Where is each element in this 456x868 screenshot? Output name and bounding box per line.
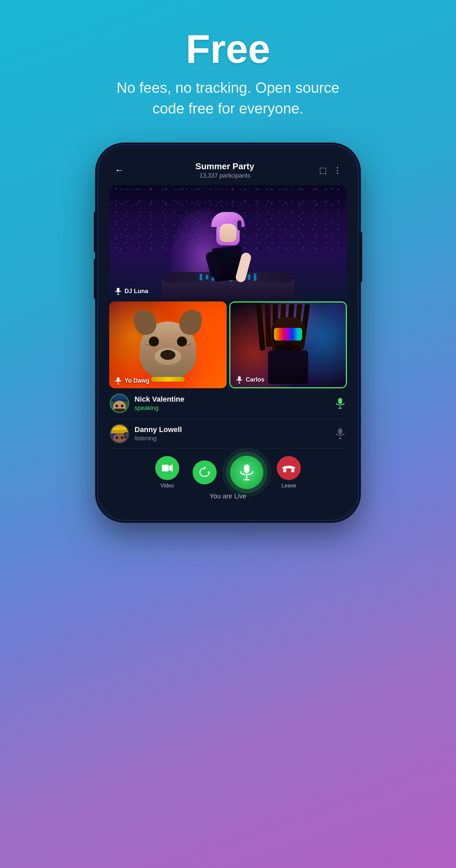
dj-luna-label: DJ Luna	[115, 287, 148, 295]
carlos-scene	[230, 303, 346, 387]
eq-bar	[206, 275, 208, 279]
mic-main-control[interactable]	[230, 456, 263, 489]
video-camera-icon	[161, 463, 173, 473]
cast-icon[interactable]: ⬚	[319, 165, 327, 175]
top-actions: ⬚ ⋮	[319, 165, 341, 175]
svg-rect-3	[117, 377, 120, 381]
dj-person-silhouette	[213, 219, 243, 280]
participants-list: Nick Valentine speaking	[104, 388, 352, 449]
danny-info: Danny Lowell listening	[134, 425, 334, 442]
nick-avatar	[110, 394, 129, 413]
back-button[interactable]: ←	[115, 165, 124, 175]
phone-frame: ← Summer Party 13,337 participants ⬚ ⋮	[98, 145, 358, 520]
svg-rect-6	[238, 376, 241, 380]
svg-rect-15	[162, 465, 169, 471]
participants-count: 13,337 participants	[130, 172, 319, 179]
svg-rect-19	[244, 464, 249, 473]
carlos-mic-icon	[236, 376, 243, 383]
eq-bar	[200, 274, 202, 280]
danny-mic-inactive-icon	[335, 428, 345, 439]
yo-dawg-name: Yo Dawg	[124, 377, 150, 384]
video-button[interactable]	[155, 456, 179, 480]
svg-rect-0	[117, 288, 120, 292]
call-title: Summer Party	[130, 161, 319, 172]
dj-luna-name: DJ Luna	[124, 288, 148, 295]
controls-main-row: Video	[115, 456, 341, 489]
danny-mic-indicator	[334, 428, 346, 440]
nick-status: speaking	[134, 405, 334, 412]
danny-avatar	[110, 424, 129, 443]
svg-marker-16	[169, 464, 173, 472]
more-options-icon[interactable]: ⋮	[333, 165, 341, 175]
eq-bar	[254, 273, 256, 281]
svg-rect-22	[282, 468, 287, 473]
rotate-control[interactable]	[193, 460, 217, 485]
leave-control[interactable]: Leave	[277, 456, 301, 489]
bottom-controls: Video	[104, 449, 352, 514]
nick-mic-indicator	[334, 397, 346, 409]
phone-mockup: ← Summer Party 13,337 participants ⬚ ⋮	[98, 145, 358, 520]
yo-dawg-label: Yo Dawg	[115, 377, 150, 384]
video-yo-dawg[interactable]: Yo Dawg	[109, 302, 227, 388]
video-grid: DJ Luna	[104, 185, 352, 388]
mic-svg	[115, 377, 121, 384]
nick-info: Nick Valentine speaking	[134, 395, 334, 412]
video-carlos[interactable]: Carlos	[229, 302, 347, 388]
secondary-videos: Yo Dawg	[109, 302, 347, 388]
call-info: Summer Party 13,337 participants	[130, 161, 319, 179]
svg-rect-23	[291, 468, 295, 473]
mic-svg	[115, 287, 121, 295]
yo-dawg-mic-icon	[115, 377, 122, 384]
mic-svg	[236, 376, 242, 383]
page-subtitle: No fees, no tracking. Open source code f…	[111, 78, 345, 119]
header-section: Free No fees, no tracking. Open source c…	[111, 0, 345, 138]
carlos-name: Carlos	[246, 376, 264, 383]
danny-status: listening	[134, 435, 334, 442]
live-status: You are Live	[115, 492, 341, 500]
main-mic-icon	[239, 464, 254, 481]
rotate-camera-icon	[199, 466, 211, 478]
carlos-label: Carlos	[236, 376, 264, 383]
dj-luna-mic-icon	[115, 287, 122, 295]
dj-scene	[109, 185, 347, 299]
leave-call-icon	[281, 463, 296, 473]
danny-avatar-image	[111, 425, 128, 442]
leave-button[interactable]	[277, 456, 301, 480]
phone-screen: ← Summer Party 13,337 participants ⬚ ⋮	[104, 152, 352, 514]
participant-nick-valentine[interactable]: Nick Valentine speaking	[110, 388, 346, 418]
eq-bar	[248, 274, 250, 280]
nick-name: Nick Valentine	[134, 395, 334, 404]
main-video-dj-luna[interactable]: DJ Luna	[109, 185, 347, 299]
svg-rect-12	[338, 428, 342, 434]
leave-label: Leave	[281, 483, 296, 489]
dog-scene	[109, 302, 227, 388]
rotate-button[interactable]	[193, 460, 217, 485]
page-title: Free	[111, 27, 345, 71]
nick-mic-active-icon	[335, 398, 345, 409]
danny-name: Danny Lowell	[134, 425, 334, 434]
svg-rect-9	[338, 398, 342, 404]
mic-main-button[interactable]	[230, 456, 263, 489]
video-control[interactable]: Video	[155, 456, 179, 489]
top-bar: ← Summer Party 13,337 participants ⬚ ⋮	[104, 152, 352, 185]
participant-danny-lowell[interactable]: Danny Lowell listening	[110, 418, 346, 449]
video-label: Video	[160, 483, 174, 489]
nick-avatar-image	[111, 395, 128, 412]
